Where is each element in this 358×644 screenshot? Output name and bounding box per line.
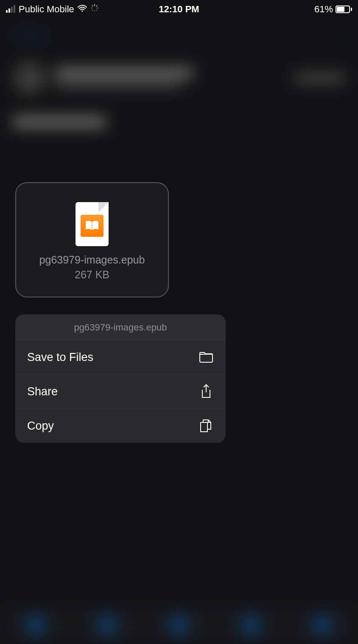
svg-rect-10 [200, 354, 213, 362]
signal-bars-icon [6, 6, 15, 13]
carrier-label: Public Mobile [19, 4, 74, 15]
status-right: 61% [314, 4, 352, 15]
save-to-files-item[interactable]: Save to Files [15, 340, 226, 375]
epub-file-icon [76, 202, 109, 246]
menu-item-label: Save to Files [27, 351, 93, 364]
status-left: Public Mobile [6, 4, 99, 15]
menu-item-label: Copy [27, 419, 54, 433]
context-menu-title: pg63979-images.epub [15, 314, 226, 340]
file-preview-card[interactable]: pg63979-images.epub 267 KB [15, 182, 169, 297]
status-time: 12:10 PM [159, 4, 199, 15]
svg-line-5 [92, 6, 93, 6]
battery-percent: 61% [314, 4, 333, 15]
share-icon [199, 384, 214, 399]
book-icon [85, 220, 99, 231]
battery-icon [336, 6, 352, 13]
file-name-label: pg63979-images.epub [39, 254, 145, 266]
wifi-icon [78, 4, 87, 15]
folder-icon [199, 350, 214, 365]
svg-line-8 [96, 6, 97, 6]
share-item[interactable]: Share [15, 375, 226, 409]
file-size-label: 267 KB [75, 269, 109, 281]
copy-icon [199, 418, 214, 433]
svg-line-6 [96, 10, 97, 11]
menu-item-label: Share [27, 385, 58, 398]
svg-point-0 [81, 10, 83, 11]
svg-line-7 [92, 10, 93, 11]
status-bar: Public Mobile 12:10 PM 61% [0, 0, 358, 19]
loading-spinner-icon [90, 4, 99, 15]
context-menu: pg63979-images.epub Save to Files Share … [15, 314, 226, 443]
copy-item[interactable]: Copy [15, 409, 226, 443]
